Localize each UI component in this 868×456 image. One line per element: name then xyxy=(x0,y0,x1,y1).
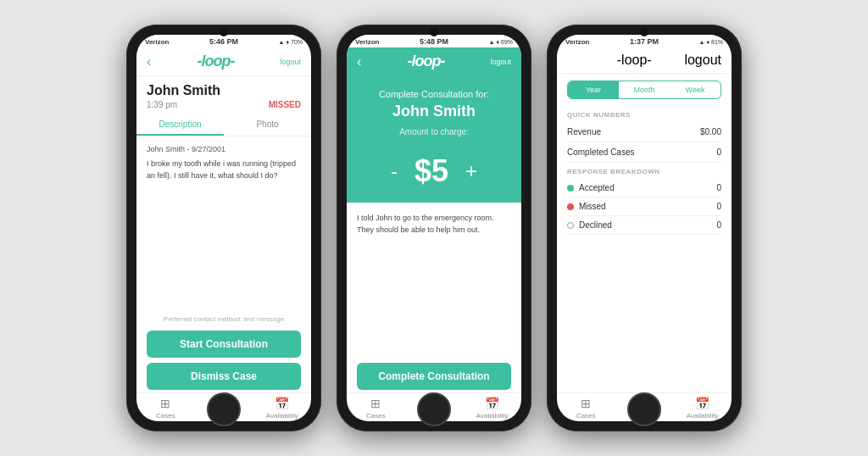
accepted-label-group: Accepted xyxy=(567,183,615,192)
status-icons-1: ▲ ♦ 70% xyxy=(279,39,303,45)
logo-2: -loop- xyxy=(407,53,444,70)
missed-label-group: Missed xyxy=(567,202,606,211)
period-tab-week[interactable]: Week xyxy=(670,81,721,98)
back-button-2[interactable]: ‹ xyxy=(357,54,361,70)
cases-icon-2: ⊞ xyxy=(370,397,381,410)
phone-1-screen: Verizon 5:46 PM ▲ ♦ 70% ‹ -loop- logout … xyxy=(136,35,311,421)
patient-name-1: John Smith xyxy=(136,76,311,100)
scene: Verizon 5:46 PM ▲ ♦ 70% ‹ -loop- logout … xyxy=(0,0,868,456)
declined-value: 0 xyxy=(716,220,721,230)
missed-label: Missed xyxy=(579,202,606,211)
logo-1: -loop- xyxy=(197,53,234,70)
missed-badge: MISSED xyxy=(269,100,301,109)
nav-cases-2[interactable]: ⊞ Cases xyxy=(347,397,405,420)
amount-label: Amount to charge: xyxy=(357,127,511,136)
missed-dot xyxy=(567,203,574,210)
completed-cases-label: Completed Cases xyxy=(567,147,634,157)
phone-3-screen: Verizon 1:37 PM ▲ ♦ 81% -loop- logout Ye… xyxy=(557,35,732,421)
nav-data-3[interactable]: 📊 Data xyxy=(615,397,674,420)
nav-data-2[interactable]: 📊 Data xyxy=(405,397,464,420)
missed-value: 0 xyxy=(716,202,721,211)
phone-notch-3 xyxy=(640,28,648,36)
completed-cases-value: 0 xyxy=(716,147,721,157)
phone-1: Verizon 5:46 PM ▲ ♦ 70% ‹ -loop- logout … xyxy=(126,25,321,431)
revenue-value: $0.00 xyxy=(700,127,721,136)
declined-label-group: Declined xyxy=(567,220,612,230)
minus-button[interactable]: - xyxy=(391,159,398,183)
case-body: John Smith - 9/27/2001 I broke my tooth … xyxy=(136,136,311,310)
data-icon-1: 📊 xyxy=(217,397,231,410)
patient-time: 1:39 pm xyxy=(147,100,177,109)
time-2: 5:48 PM xyxy=(420,37,448,46)
nav-availability-3[interactable]: 📅 Availability xyxy=(673,397,732,420)
revenue-label: Revenue xyxy=(567,127,601,136)
logo-3: -loop- xyxy=(617,53,652,68)
phone-2: Verizon 5:48 PM ▲ ♦ 69% ‹ -loop- logout … xyxy=(337,25,531,431)
phone-notch-2 xyxy=(430,28,438,36)
cases-icon-1: ⊞ xyxy=(160,397,170,410)
bottom-nav-2: ⊞ Cases 📊 Data 📅 Availability xyxy=(347,392,521,421)
nav-data-1[interactable]: 📊 Data xyxy=(195,397,253,420)
status-bar-1: Verizon 5:46 PM ▲ ♦ 70% xyxy=(136,35,311,47)
app-header-1: ‹ -loop- logout xyxy=(136,47,311,76)
consult-note: I told John to go to the emergency room.… xyxy=(347,203,521,360)
period-tab-month[interactable]: Month xyxy=(619,81,670,98)
logout-button-3[interactable]: logout xyxy=(684,53,721,68)
complete-consultation-button[interactable]: Complete Consultation xyxy=(357,363,511,390)
nav-availability-1[interactable]: 📅 Availability xyxy=(253,397,311,420)
time-1: 5:46 PM xyxy=(209,37,238,46)
consult-patient-name: John Smith xyxy=(357,103,511,120)
phone-3: Verizon 1:37 PM ▲ ♦ 81% -loop- logout Ye… xyxy=(547,25,742,431)
availability-icon-3: 📅 xyxy=(695,397,709,410)
screen-1-content: John Smith 1:39 pm MISSED Description Ph… xyxy=(136,76,311,421)
app-header-3: -loop- logout xyxy=(557,47,732,74)
declined-label: Declined xyxy=(579,220,612,230)
missed-row: Missed 0 xyxy=(567,197,721,216)
status-icons-2: ▲ ♦ 69% xyxy=(489,39,513,45)
declined-row: Declined 0 xyxy=(567,216,721,235)
cases-icon-3: ⊞ xyxy=(581,397,591,410)
quick-numbers-section: QUICK NUMBERS Revenue $0.00 Completed Ca… xyxy=(557,106,732,392)
declined-dot xyxy=(567,222,574,229)
accepted-dot xyxy=(567,185,574,192)
nav-cases-3[interactable]: ⊞ Cases xyxy=(557,397,615,420)
tab-description[interactable]: Description xyxy=(136,114,224,136)
logout-button-1[interactable]: logout xyxy=(280,58,301,66)
nav-data-label-3: Data xyxy=(637,412,652,420)
status-icons-3: ▲ ♦ 81% xyxy=(699,39,723,45)
carrier-3: Verizon xyxy=(565,38,589,46)
nav-cases-label-1: Cases xyxy=(156,412,175,420)
amount-value: $5 xyxy=(415,153,448,189)
phone-2-screen: Verizon 5:48 PM ▲ ♦ 69% ‹ -loop- logout … xyxy=(347,35,521,421)
nav-data-label-1: Data xyxy=(217,412,231,420)
nav-cases-label-3: Cases xyxy=(576,412,596,420)
amount-row: - $5 + xyxy=(347,147,521,203)
carrier-1: Verizon xyxy=(145,38,169,46)
bottom-nav-3: ⊞ Cases 📊 Data 📅 Availability xyxy=(557,392,732,421)
availability-icon-1: 📅 xyxy=(275,397,289,410)
back-button-1[interactable]: ‹ xyxy=(147,54,151,70)
plus-button[interactable]: + xyxy=(465,159,477,183)
nav-availability-label-2: Availability xyxy=(476,412,509,420)
revenue-row: Revenue $0.00 xyxy=(567,122,721,142)
consult-header: Complete Consultation for: John Smith Am… xyxy=(347,75,521,147)
quick-numbers-title: QUICK NUMBERS xyxy=(567,111,721,119)
nav-cases-1[interactable]: ⊞ Cases xyxy=(136,397,195,420)
accepted-label: Accepted xyxy=(579,183,615,192)
start-consultation-button[interactable]: Start Consultation xyxy=(147,331,301,358)
period-tabs: Year Month Week xyxy=(567,81,721,99)
tab-photo[interactable]: Photo xyxy=(224,114,311,136)
dismiss-case-button[interactable]: Dismiss Case xyxy=(147,363,301,390)
period-tab-year[interactable]: Year xyxy=(568,81,619,98)
carrier-2: Verizon xyxy=(355,38,379,46)
status-bar-2: Verizon 5:48 PM ▲ ♦ 69% xyxy=(347,35,521,47)
nav-availability-label-1: Availability xyxy=(266,412,298,420)
nav-availability-label-3: Availability xyxy=(687,412,719,420)
accepted-row: Accepted 0 xyxy=(567,179,721,197)
logout-button-2[interactable]: logout xyxy=(490,58,511,66)
status-bar-3: Verizon 1:37 PM ▲ ♦ 81% xyxy=(557,35,732,47)
time-3: 1:37 PM xyxy=(630,37,659,46)
nav-data-label-2: Data xyxy=(427,412,442,420)
bottom-nav-1: ⊞ Cases 📊 Data 📅 Availability xyxy=(136,392,311,421)
nav-availability-2[interactable]: 📅 Availability xyxy=(463,397,521,420)
